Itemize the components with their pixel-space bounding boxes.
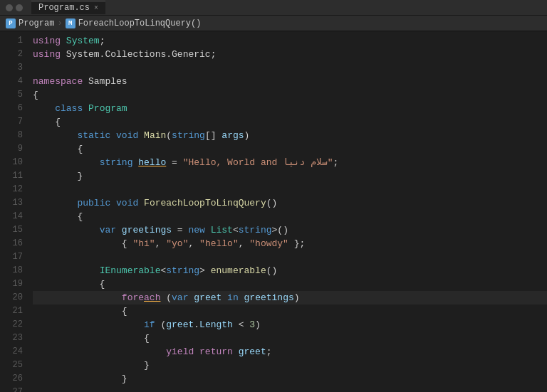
breadcrumb: P Program › M ForeachLoopToLinqQuery() <box>0 16 547 31</box>
code-line-13: public void ForeachLoopToLinqQuery() <box>33 196 547 210</box>
breadcrumb-method[interactable]: ForeachLoopToLinqQuery() <box>78 18 202 28</box>
code-line-9: { <box>33 142 547 156</box>
code-line-22: if (greet.Length < 3) <box>33 318 547 332</box>
code-line-25: } <box>33 359 547 372</box>
code-line-1: using System; <box>33 34 547 48</box>
dot-2 <box>16 4 23 11</box>
tab-label: Program.cs <box>38 3 90 13</box>
code-line-23: { <box>33 332 547 345</box>
line-numbers: 12345 678910 1112131415 1617181920 21222… <box>0 31 27 392</box>
code-line-15: var greetings = new List<string>() <box>33 223 547 237</box>
code-editor[interactable]: using System; using System.Collections.G… <box>27 31 547 392</box>
code-line-17 <box>33 250 547 264</box>
code-line-8: static void Main(string[] args) <box>33 129 547 142</box>
breadcrumb-program[interactable]: Program <box>19 18 54 28</box>
title-bar: Program.cs × <box>0 0 547 16</box>
tab-area: Program.cs × <box>31 1 105 14</box>
tab-close-icon[interactable]: × <box>94 4 98 12</box>
code-line-20: foreach (var greet in greetings) <box>33 291 547 304</box>
window-controls <box>6 4 23 11</box>
dot-1 <box>6 4 13 11</box>
code-line-5: { <box>33 88 547 102</box>
method-icon: M <box>66 18 75 28</box>
editor: 12345 678910 1112131415 1617181920 21222… <box>0 31 547 392</box>
breadcrumb-sep-1: › <box>57 18 62 28</box>
code-line-18: IEnumerable<string> enumerable() <box>33 264 547 277</box>
code-line-7: { <box>33 115 547 129</box>
code-line-26: } <box>33 372 547 386</box>
code-line-16: { "hi", "yo", "hello", "howdy" }; <box>33 237 547 250</box>
code-line-10: string hello = "Hello, World and سلام دن… <box>33 156 547 169</box>
code-line-11: } <box>33 169 547 183</box>
code-line-24: yield return greet; <box>33 345 547 359</box>
code-line-6: class Program <box>33 102 547 115</box>
code-line-21: { <box>33 304 547 318</box>
code-line-3 <box>33 61 547 75</box>
code-line-19: { <box>33 277 547 291</box>
code-line-14: { <box>33 210 547 223</box>
tab-program-cs[interactable]: Program.cs × <box>31 1 105 14</box>
code-line-2: using System.Collections.Generic; <box>33 48 547 61</box>
program-icon: P <box>6 18 16 28</box>
code-line-27 <box>33 386 547 392</box>
code-line-4: namespace Samples <box>33 75 547 88</box>
code-line-12 <box>33 183 547 196</box>
